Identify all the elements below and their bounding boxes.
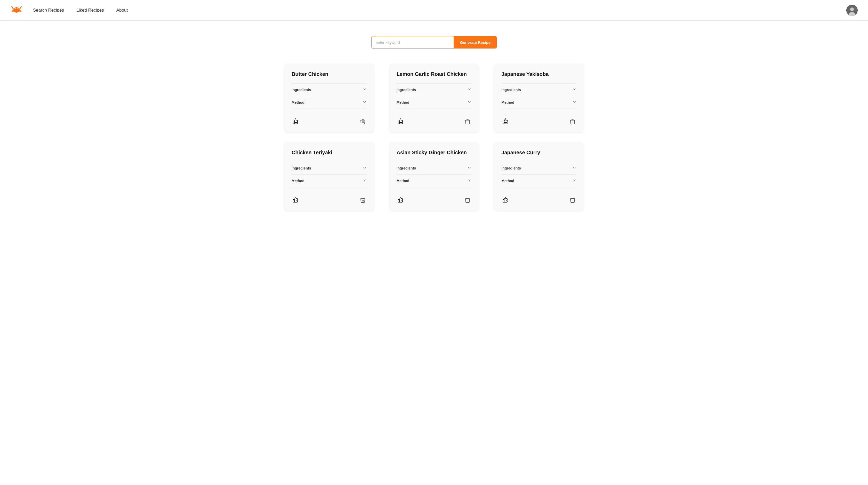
recipe-accordion-butter-chicken: Ingredients Method — [291, 83, 367, 109]
accordion-method-lemon-garlic-roast-chicken[interactable]: Method — [397, 96, 472, 109]
like-button-butter-chicken[interactable] — [291, 117, 300, 127]
recipe-accordion-asian-sticky-ginger-chicken: Ingredients Method — [397, 162, 472, 187]
nav-liked-recipes[interactable]: Liked Recipes — [76, 8, 104, 13]
recipe-title-chicken-teriyaki: Chicken Teriyaki — [291, 150, 367, 156]
thumb-up-icon — [292, 118, 299, 124]
chevron-down-icon — [363, 100, 367, 105]
like-button-japanese-yakisoba[interactable] — [501, 117, 509, 127]
accordion-ingredients-lemon-garlic-roast-chicken[interactable]: Ingredients — [397, 83, 472, 96]
generate-recipe-button[interactable]: Generate Recipe — [454, 36, 497, 48]
accordion-label: Ingredients — [501, 88, 521, 92]
recipe-accordion-japanese-yakisoba: Ingredients Method — [501, 83, 577, 109]
recipe-accordion-chicken-teriyaki: Ingredients Method — [291, 162, 367, 187]
svg-point-10 — [11, 6, 12, 7]
chevron-down-icon — [467, 178, 471, 184]
recipe-card-butter-chicken: Butter ChickenIngredients Method — [284, 64, 374, 132]
accordion-ingredients-asian-sticky-ginger-chicken[interactable]: Ingredients — [397, 162, 472, 174]
accordion-method-chicken-teriyaki[interactable]: Method — [291, 174, 367, 187]
recipe-title-lemon-garlic-roast-chicken: Lemon Garlic Roast Chicken — [397, 71, 472, 77]
chevron-down-icon — [363, 166, 367, 171]
like-button-japanese-curry[interactable] — [501, 196, 509, 205]
delete-button-butter-chicken[interactable] — [359, 118, 367, 127]
delete-button-chicken-teriyaki[interactable] — [359, 196, 367, 205]
thumb-up-icon — [398, 197, 404, 203]
chevron-down-icon — [572, 178, 577, 184]
recipe-title-asian-sticky-ginger-chicken: Asian Sticky Ginger Chicken — [397, 150, 472, 156]
accordion-label: Method — [291, 100, 305, 104]
accordion-label: Method — [397, 100, 409, 104]
delete-button-japanese-curry[interactable] — [569, 196, 577, 205]
like-button-asian-sticky-ginger-chicken[interactable] — [397, 196, 405, 205]
navbar-links: Search Recipes Liked Recipes About — [33, 8, 846, 13]
navbar: Search Recipes Liked Recipes About — [0, 0, 868, 21]
chevron-down-icon — [467, 100, 471, 105]
trash-icon — [360, 119, 366, 124]
recipe-card-lemon-garlic-roast-chicken: Lemon Garlic Roast ChickenIngredients Me… — [390, 64, 479, 132]
thumb-up-icon — [502, 118, 508, 124]
accordion-method-japanese-curry[interactable]: Method — [501, 174, 577, 187]
accordion-label: Ingredients — [397, 166, 416, 170]
accordion-label: Method — [501, 100, 514, 104]
svg-point-11 — [21, 6, 22, 7]
svg-point-1 — [14, 7, 19, 10]
nav-search-recipes[interactable]: Search Recipes — [33, 8, 64, 13]
accordion-ingredients-chicken-teriyaki[interactable]: Ingredients — [291, 162, 367, 174]
accordion-label: Method — [291, 179, 305, 183]
trash-icon — [465, 197, 470, 203]
like-button-lemon-garlic-roast-chicken[interactable] — [397, 117, 405, 127]
recipe-card-asian-sticky-ginger-chicken: Asian Sticky Ginger ChickenIngredients M… — [390, 142, 479, 211]
recipe-card-chicken-teriyaki: Chicken TeriyakiIngredients Method — [284, 142, 374, 211]
accordion-method-butter-chicken[interactable]: Method — [291, 96, 367, 109]
recipe-actions-japanese-yakisoba — [501, 114, 577, 127]
logo[interactable] — [10, 4, 23, 17]
chevron-down-icon — [572, 100, 577, 105]
svg-point-13 — [850, 7, 854, 11]
search-input[interactable] — [371, 36, 454, 48]
accordion-method-japanese-yakisoba[interactable]: Method — [501, 96, 577, 109]
recipe-title-japanese-yakisoba: Japanese Yakisoba — [501, 71, 577, 77]
chevron-down-icon — [363, 178, 367, 184]
recipe-title-japanese-curry: Japanese Curry — [501, 150, 577, 156]
thumb-up-icon — [292, 197, 299, 203]
chevron-down-icon — [572, 166, 577, 171]
chevron-down-icon — [467, 166, 471, 171]
accordion-label: Ingredients — [501, 166, 521, 170]
recipe-actions-asian-sticky-ginger-chicken — [397, 192, 472, 205]
accordion-label: Ingredients — [291, 166, 311, 170]
trash-icon — [570, 119, 576, 124]
recipe-accordion-japanese-curry: Ingredients Method — [501, 162, 577, 187]
chevron-down-icon — [363, 87, 367, 92]
trash-icon — [570, 197, 576, 203]
svg-point-5 — [18, 8, 18, 8]
recipe-card-japanese-curry: Japanese CurryIngredients Method — [494, 142, 584, 211]
search-section: Generate Recipe — [0, 21, 868, 59]
recipe-actions-chicken-teriyaki — [291, 192, 367, 205]
accordion-ingredients-japanese-yakisoba[interactable]: Ingredients — [501, 83, 577, 96]
user-avatar[interactable] — [846, 5, 858, 16]
chevron-down-icon — [467, 87, 471, 92]
accordion-label: Method — [397, 179, 409, 183]
recipe-accordion-lemon-garlic-roast-chicken: Ingredients Method — [397, 83, 472, 109]
thumb-up-icon — [398, 118, 404, 124]
svg-point-4 — [16, 8, 16, 8]
accordion-label: Ingredients — [291, 88, 311, 92]
nav-about[interactable]: About — [116, 8, 128, 13]
delete-button-asian-sticky-ginger-chicken[interactable] — [464, 196, 471, 205]
trash-icon — [360, 197, 366, 203]
recipe-actions-japanese-curry — [501, 192, 577, 205]
like-button-chicken-teriyaki[interactable] — [291, 196, 300, 205]
accordion-ingredients-butter-chicken[interactable]: Ingredients — [291, 83, 367, 96]
thumb-up-icon — [502, 197, 508, 203]
crab-icon — [10, 4, 23, 16]
delete-button-lemon-garlic-roast-chicken[interactable] — [464, 118, 471, 127]
recipe-card-japanese-yakisoba: Japanese YakisobaIngredients Method — [494, 64, 584, 132]
recipe-actions-lemon-garlic-roast-chicken — [397, 114, 472, 127]
accordion-ingredients-japanese-curry[interactable]: Ingredients — [501, 162, 577, 174]
delete-button-japanese-yakisoba[interactable] — [569, 118, 577, 127]
chevron-down-icon — [572, 87, 577, 92]
accordion-method-asian-sticky-ginger-chicken[interactable]: Method — [397, 174, 472, 187]
recipe-actions-butter-chicken — [291, 114, 367, 127]
recipes-grid: Butter ChickenIngredients Method Lemon G… — [253, 59, 615, 226]
recipe-title-butter-chicken: Butter Chicken — [291, 71, 367, 77]
accordion-label: Method — [501, 179, 514, 183]
